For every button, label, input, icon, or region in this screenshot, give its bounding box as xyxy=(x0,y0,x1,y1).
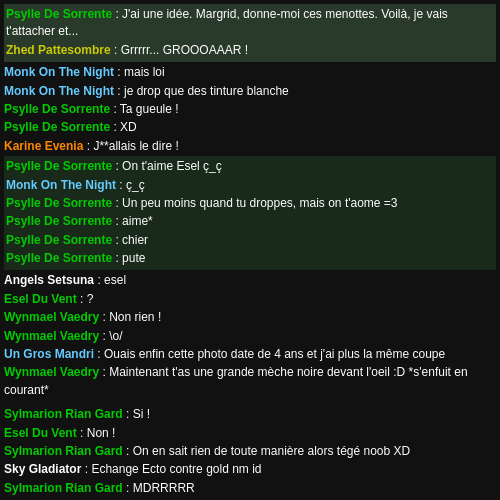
chat-section-1: Psylle De Sorrente : J'ai une idée. Marg… xyxy=(4,4,496,62)
chat-line: Psylle De Sorrente : J'ai une idée. Marg… xyxy=(6,6,494,41)
sender-name: Monk On The Night xyxy=(6,178,116,192)
message-text: : J**allais le dire ! xyxy=(87,139,179,153)
message-text: : On t'aime Esel ç_ç xyxy=(115,159,221,173)
sender-name: Psylle De Sorrente xyxy=(6,251,112,265)
sender-name: Psylle De Sorrente xyxy=(4,120,110,134)
sender-name: Angels Setsuna xyxy=(4,273,94,287)
sender-name: Karine Evenia xyxy=(4,139,83,153)
sender-name: Psylle De Sorrente xyxy=(6,214,112,228)
message-text: : Non rien ! xyxy=(103,310,162,324)
chat-line: Psylle De Sorrente : Ta gueule ! xyxy=(4,101,496,118)
chat-line: Un Gros Mandri : Ouais enfin cette photo… xyxy=(4,346,496,363)
sender-name: Sylmarion Rian Gard xyxy=(4,407,123,421)
sender-name: Wynmael Vaedry xyxy=(4,329,99,343)
message-text: : esel xyxy=(97,273,126,287)
sender-name: Esel Du Vent xyxy=(4,426,77,440)
sender-name: Psylle De Sorrente xyxy=(6,159,112,173)
message-text: : Ta gueule ! xyxy=(113,102,178,116)
chat-container: Psylle De Sorrente : J'ai une idée. Marg… xyxy=(0,0,500,500)
message-text: : chier xyxy=(115,233,148,247)
sender-name: Psylle De Sorrente xyxy=(6,233,112,247)
chat-line: Karine Evenia : J**allais le dire ! xyxy=(4,138,496,155)
chat-line: Sylmarion Rian Gard : MDRRRRR xyxy=(4,480,496,497)
message-text: : Echange Ecto contre gold nm id xyxy=(85,462,262,476)
message-text: : Ouais enfin cette photo date de 4 ans … xyxy=(97,347,445,361)
message-text: : mais loi xyxy=(117,65,164,79)
message-text: : MDRRRRR xyxy=(126,481,195,495)
sender-name: Monk On The Night xyxy=(4,65,114,79)
chat-line: Psylle De Sorrente : On t'aime Esel ç_ç xyxy=(6,158,494,175)
message-text: : aime* xyxy=(115,214,152,228)
message-text: : Si ! xyxy=(126,407,150,421)
chat-line: Wynmael Vaedry : \o/ xyxy=(4,328,496,345)
message-text: : Non ! xyxy=(80,426,115,440)
chat-line: Monk On The Night : mais loi xyxy=(4,64,496,81)
message-text: : On en sait rien de toute manière alors… xyxy=(126,444,410,458)
chat-line: Wynmael Vaedry : Maintenant t'as une gra… xyxy=(4,364,496,399)
chat-line: Monk On The Night : ç_ç xyxy=(6,177,494,194)
message-text: : \o/ xyxy=(103,329,123,343)
chat-line: Angels Setsuna : esel xyxy=(4,272,496,289)
message-text: : XD xyxy=(113,120,136,134)
sender-name: Psylle De Sorrente xyxy=(4,102,110,116)
chat-line: Sylmarion Rian Gard : Si ! xyxy=(4,406,496,423)
message-text: : ? xyxy=(80,292,93,306)
sender-name: Psylle De Sorrente xyxy=(6,196,112,210)
sender-name: Un Gros Mandri xyxy=(4,347,94,361)
sender-name: Zhed Pattesombre xyxy=(6,43,111,57)
chat-line: Monk On The Night : je drop que des tint… xyxy=(4,83,496,100)
chat-line: Sylmarion Rian Gard : On en sait rien de… xyxy=(4,443,496,460)
sender-name: Wynmael Vaedry xyxy=(4,310,99,324)
chat-section-2: Psylle De Sorrente : On t'aime Esel ç_ç … xyxy=(4,156,496,270)
chat-line: Sky Gladiator : Echange Ecto contre gold… xyxy=(4,461,496,478)
chat-line: Psylle De Sorrente : chier xyxy=(6,232,494,249)
chat-line: Esel Du Vent : ? xyxy=(4,291,496,308)
sender-name: Esel Du Vent xyxy=(4,292,77,306)
sender-name: Sylmarion Rian Gard xyxy=(4,444,123,458)
chat-line: Psylle De Sorrente : pute xyxy=(6,250,494,267)
message-text: : pute xyxy=(115,251,145,265)
chat-line: Zhed Pattesombre : Grrrrr... GROOOAAAR ! xyxy=(6,42,494,59)
sender-name: Psylle De Sorrente xyxy=(6,7,112,21)
message-text: : Grrrrr... GROOOAAAR ! xyxy=(114,43,248,57)
chat-line: Psylle De Sorrente : aime* xyxy=(6,213,494,230)
chat-line: Psylle De Sorrente : Un peu moins quand … xyxy=(6,195,494,212)
chat-line: Psylle De Sorrente : XD xyxy=(4,119,496,136)
message-text: : ç_ç xyxy=(119,178,144,192)
sender-name: Sky Gladiator xyxy=(4,462,81,476)
sender-name: Monk On The Night xyxy=(4,84,114,98)
message-text: : je drop que des tinture blanche xyxy=(117,84,288,98)
sender-name: Wynmael Vaedry xyxy=(4,365,99,379)
chat-line: Wynmael Vaedry : Non rien ! xyxy=(4,309,496,326)
sender-name: Sylmarion Rian Gard xyxy=(4,481,123,495)
message-text: : Un peu moins quand tu droppes, mais on… xyxy=(115,196,397,210)
chat-line: Esel Du Vent : Non ! xyxy=(4,425,496,442)
